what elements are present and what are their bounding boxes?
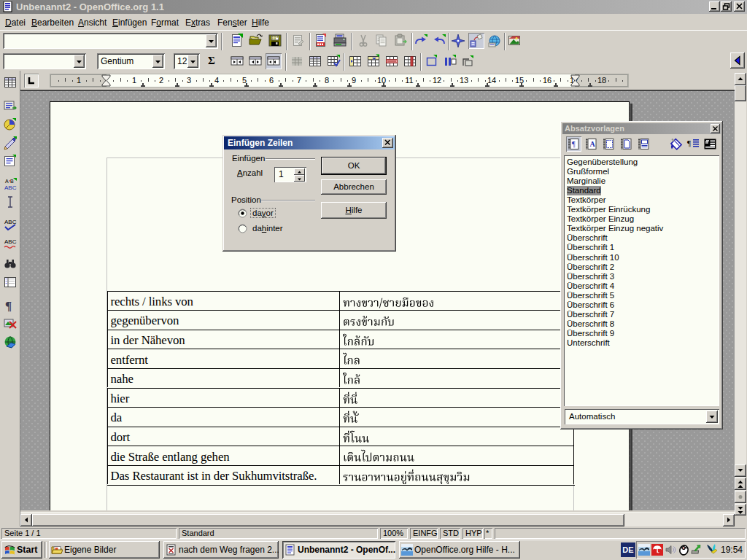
svg-text:ABC: ABC: [4, 184, 17, 191]
svg-text:¶: ¶: [687, 139, 691, 147]
svg-text:¶: ¶: [5, 299, 12, 313]
svg-text:A: A: [5, 179, 9, 184]
svg-text:ABC: ABC: [4, 238, 17, 245]
svg-text:¶: ¶: [572, 140, 576, 148]
svg-text:A: A: [590, 140, 596, 148]
